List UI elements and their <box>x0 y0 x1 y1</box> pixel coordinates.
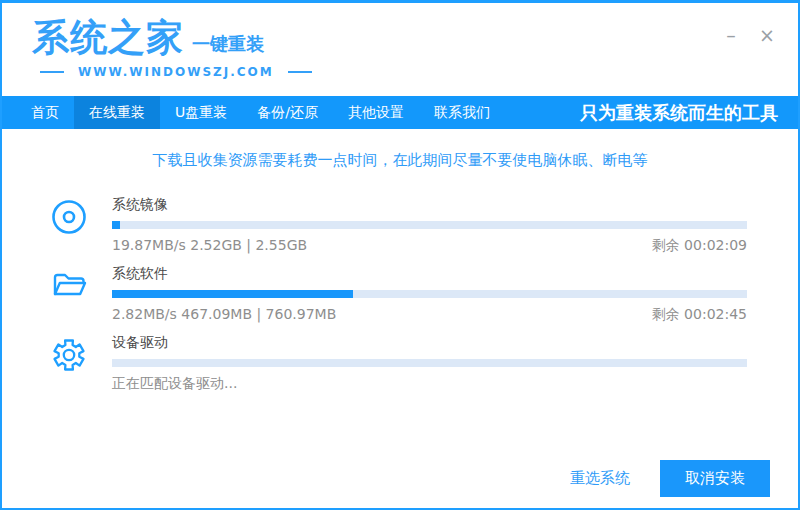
progress-track <box>112 221 747 229</box>
folder-icon <box>50 267 112 305</box>
nav-tab-contact-us[interactable]: 联系我们 <box>419 96 505 129</box>
task-remaining: 剩余 00:02:45 <box>652 306 747 324</box>
task-stats: 19.87MB/s 2.52GB | 2.55GB <box>112 237 307 255</box>
minimize-button[interactable]: – <box>720 25 742 47</box>
window-controls: – × <box>720 25 778 47</box>
app-window: 系统之家 一键重装 WWW.WINDOWSZJ.COM – × 首页 在线重装 … <box>0 0 800 510</box>
progress-fill <box>112 290 353 298</box>
task-row-system-software: 系统软件 2.82MB/s 467.09MB | 760.97MB 剩余 00:… <box>50 265 747 324</box>
footer-actions: 重选系统 取消安装 <box>570 460 770 497</box>
task-row-system-image: 系统镜像 19.87MB/s 2.52GB | 2.55GB 剩余 00:02:… <box>50 196 747 255</box>
progress-fill <box>112 221 120 229</box>
header: 系统之家 一键重装 WWW.WINDOWSZJ.COM – × <box>2 3 798 96</box>
task-label: 设备驱动 <box>112 334 747 352</box>
logo-subtitle: 一键重装 <box>192 35 264 56</box>
disc-icon <box>50 198 112 236</box>
nav-tab-usb-reinstall[interactable]: U盘重装 <box>160 96 242 129</box>
dash-decoration-right <box>288 71 312 73</box>
nav-tab-backup-restore[interactable]: 备份/还原 <box>242 96 333 129</box>
task-row-device-driver: 设备驱动 正在匹配设备驱动... <box>50 334 747 393</box>
notice-text: 下载且收集资源需要耗费一点时间，在此期间尽量不要使电脑休眠、断电等 <box>2 151 798 170</box>
task-remaining: 剩余 00:02:09 <box>652 237 747 255</box>
task-stats: 2.82MB/s 467.09MB | 760.97MB <box>112 306 336 324</box>
nav-tab-online-reinstall[interactable]: 在线重装 <box>74 96 160 129</box>
cancel-install-button[interactable]: 取消安装 <box>660 460 770 497</box>
task-label: 系统软件 <box>112 265 747 283</box>
website-url: WWW.WINDOWSZJ.COM <box>78 65 274 79</box>
task-stats: 正在匹配设备驱动... <box>112 375 237 393</box>
logo: 系统之家 一键重装 WWW.WINDOWSZJ.COM <box>32 19 312 79</box>
nav-tab-home[interactable]: 首页 <box>16 96 74 129</box>
close-button[interactable]: × <box>756 25 778 47</box>
nav-bar: 首页 在线重装 U盘重装 备份/还原 其他设置 联系我们 只为重装系统而生的工具 <box>2 96 798 129</box>
task-label: 系统镜像 <box>112 196 747 214</box>
dash-decoration-left <box>40 71 64 73</box>
progress-track <box>112 359 747 367</box>
logo-title: 系统之家 <box>32 19 184 56</box>
gear-icon <box>50 336 112 374</box>
progress-track <box>112 290 747 298</box>
reselect-system-button[interactable]: 重选系统 <box>570 469 630 488</box>
download-task-list: 系统镜像 19.87MB/s 2.52GB | 2.55GB 剩余 00:02:… <box>2 196 798 393</box>
nav-slogan: 只为重装系统而生的工具 <box>580 101 778 125</box>
nav-tab-other-settings[interactable]: 其他设置 <box>333 96 419 129</box>
